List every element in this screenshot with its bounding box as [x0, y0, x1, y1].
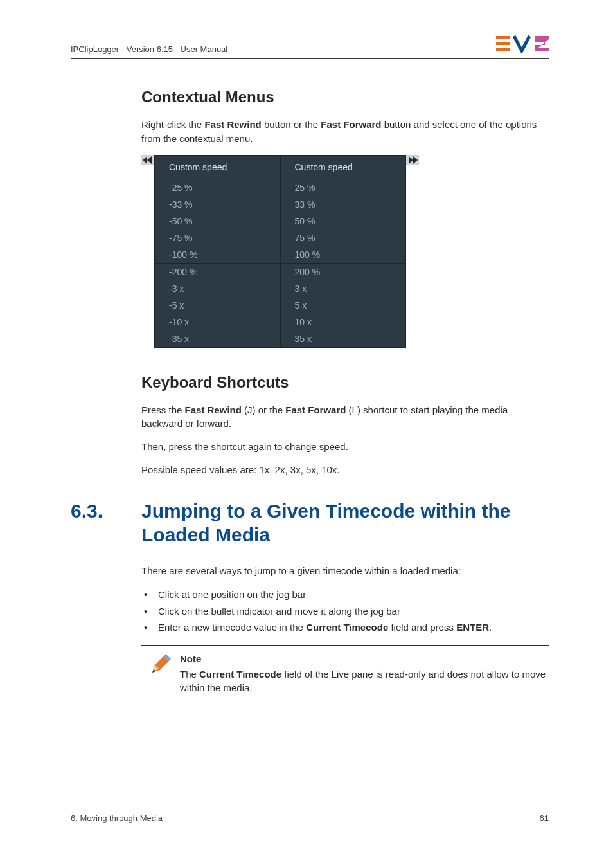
note-title: Note: [180, 652, 549, 666]
menu-item[interactable]: 25 %: [281, 179, 406, 196]
section-number: 6.3.: [71, 499, 141, 523]
bullet-list-6-3: Click at one position on the jog bar Cli…: [141, 586, 549, 636]
paragraph-ks-1: Press the Fast Rewind (J) or the Fast Fo…: [141, 403, 549, 431]
menu-item[interactable]: -200 %: [155, 264, 280, 280]
list-item: Enter a new timecode value in the Curren…: [141, 619, 549, 636]
footer-chapter: 6. Moving through Media: [71, 813, 163, 823]
note-text: Note The Current Timecode field of the L…: [180, 652, 549, 695]
menu-item[interactable]: 5 x: [281, 297, 406, 314]
contextual-menus-figure: Custom speed -25 % -33 % -50 % -75 % -10…: [141, 155, 549, 348]
svg-rect-0: [496, 36, 510, 39]
heading-6-3: 6.3. Jumping to a Given Timecode within …: [71, 499, 549, 547]
menu-item[interactable]: 3 x: [281, 280, 406, 297]
menu-item[interactable]: -3 x: [155, 280, 280, 297]
menu-item[interactable]: -25 %: [155, 179, 280, 196]
fast-rewind-icon: [141, 155, 154, 165]
note-box: Note The Current Timecode field of the L…: [141, 645, 549, 703]
paragraph-6-3-intro: There are several ways to jump to a give…: [141, 564, 549, 578]
section-title: Jumping to a Given Timecode within the L…: [141, 499, 549, 547]
menu-item[interactable]: 33 %: [281, 196, 406, 213]
menu-item[interactable]: -75 %: [155, 230, 280, 246]
fast-forward-icon: [406, 155, 419, 165]
page-header: IPClipLogger - Version 6.15 - User Manua…: [71, 35, 549, 59]
page-footer: 6. Moving through Media 61: [71, 808, 549, 823]
menu-item[interactable]: -100 %: [155, 246, 280, 263]
heading-keyboard-shortcuts: Keyboard Shortcuts: [141, 374, 549, 392]
svg-rect-2: [496, 48, 510, 51]
menu-item[interactable]: 75 %: [281, 230, 406, 246]
menu-item[interactable]: -10 x: [155, 314, 280, 330]
menu-item[interactable]: -50 %: [155, 213, 280, 230]
menu-item[interactable]: 100 %: [281, 246, 406, 263]
list-item: Click on the bullet indicator and move i…: [141, 603, 549, 620]
menu-item[interactable]: -5 x: [155, 297, 280, 314]
menu-item[interactable]: 200 %: [281, 264, 406, 280]
svg-rect-1: [496, 42, 510, 45]
menu-item[interactable]: -33 %: [155, 196, 280, 213]
heading-contextual-menus: Contextual Menus: [141, 88, 549, 106]
menu-header-left[interactable]: Custom speed: [155, 156, 280, 179]
pencil-icon: [141, 652, 180, 695]
paragraph-contextual-intro: Right-click the Fast Rewind button or th…: [141, 118, 549, 146]
menu-item[interactable]: 10 x: [281, 314, 406, 330]
menu-item[interactable]: 35 x: [281, 330, 406, 347]
footer-page-number: 61: [540, 813, 549, 823]
menu-header-right[interactable]: Custom speed: [281, 156, 406, 179]
menu-item[interactable]: 50 %: [281, 213, 406, 230]
evs-logo: [496, 35, 549, 53]
menu-item[interactable]: -35 x: [155, 330, 280, 347]
paragraph-ks-2: Then, press the shortcut again to change…: [141, 440, 549, 454]
header-doc-title: IPClipLogger - Version 6.15 - User Manua…: [71, 44, 227, 54]
list-item: Click at one position on the jog bar: [141, 586, 549, 603]
paragraph-ks-3: Possible speed values are: 1x, 2x, 3x, 5…: [141, 463, 549, 477]
